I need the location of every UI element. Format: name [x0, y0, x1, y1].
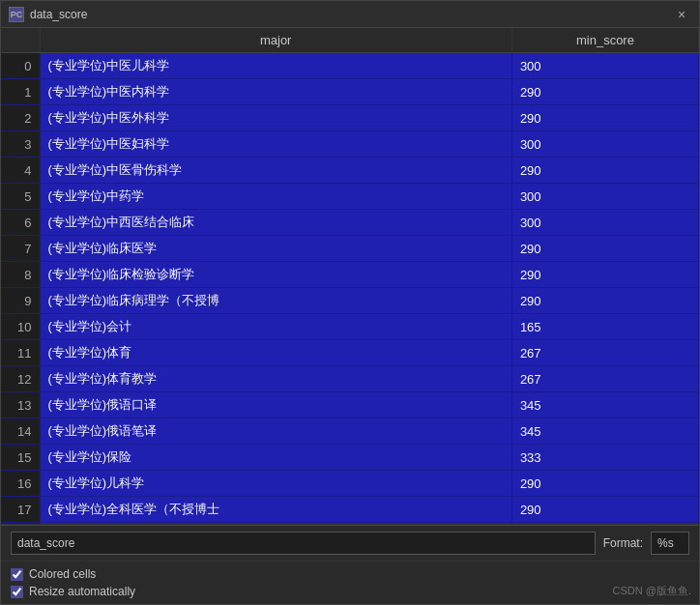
cell-index: 17: [1, 497, 40, 523]
major-header: major: [40, 28, 511, 53]
table-row[interactable]: 3(专业学位)中医妇科学300: [1, 131, 699, 158]
format-input[interactable]: [651, 532, 689, 555]
cell-min-score: 333: [511, 445, 698, 471]
data-table-container[interactable]: major min_score 0(专业学位)中医儿科学3001(专业学位)中医…: [1, 28, 699, 525]
table-row[interactable]: 4(专业学位)中医骨伤科学290: [1, 158, 699, 184]
cell-index: 13: [1, 392, 40, 418]
cell-min-score: 290: [511, 158, 698, 184]
cell-major: (专业学位)临床医学: [40, 236, 511, 262]
cell-index: 6: [1, 210, 40, 236]
cell-min-score: 290: [511, 79, 698, 105]
cell-major: (专业学位)俄语口译: [40, 392, 511, 418]
bottom-bar: Format:: [1, 525, 699, 561]
name-input[interactable]: [11, 532, 596, 555]
cell-index: 9: [1, 288, 40, 314]
table-row[interactable]: 6(专业学位)中西医结合临床300: [1, 210, 699, 236]
table-header-row: major min_score: [1, 28, 699, 53]
cell-index: 10: [1, 314, 40, 340]
table-row[interactable]: 16(专业学位)儿科学290: [1, 471, 699, 497]
title-bar: PC data_score ×: [1, 1, 699, 28]
cell-major: (专业学位)临床病理学（不授博: [40, 288, 511, 314]
window-title: data_score: [30, 8, 672, 21]
cell-min-score: 267: [511, 340, 698, 366]
cell-min-score: 290: [511, 262, 698, 288]
cell-major: (专业学位)俄语笔译: [40, 418, 511, 445]
cell-major: (专业学位)保险: [40, 445, 511, 471]
table-row[interactable]: 1(专业学位)中医内科学290: [1, 79, 699, 105]
cell-min-score: 290: [511, 471, 698, 497]
cell-major: (专业学位)体育: [40, 340, 511, 366]
cell-index: 4: [1, 158, 40, 184]
cell-major: (专业学位)中医妇科学: [40, 131, 511, 158]
resize-auto-row: Resize automatically: [11, 585, 689, 598]
main-window: PC data_score × major min_score 0(专业学位)中…: [0, 0, 700, 605]
cell-major: (专业学位)中药学: [40, 184, 511, 210]
cell-major: (专业学位)全科医学（不授博士: [40, 497, 511, 523]
table-row[interactable]: 9(专业学位)临床病理学（不授博290: [1, 288, 699, 314]
table-row[interactable]: 11(专业学位)体育267: [1, 340, 699, 366]
cell-min-score: 345: [511, 392, 698, 418]
watermark: CSDN @版鱼鱼.: [613, 584, 691, 598]
cell-index: 2: [1, 105, 40, 131]
cell-major: (专业学位)中医骨伤科学: [40, 158, 511, 184]
cell-index: 14: [1, 418, 40, 445]
cell-min-score: 290: [511, 288, 698, 314]
cell-index: 3: [1, 131, 40, 158]
close-button[interactable]: ×: [672, 5, 691, 24]
cell-index: 1: [1, 79, 40, 105]
table-body: 0(专业学位)中医儿科学3001(专业学位)中医内科学2902(专业学位)中医外…: [1, 53, 699, 526]
resize-auto-checkbox[interactable]: [11, 586, 23, 598]
cell-min-score: 300: [511, 210, 698, 236]
table-row[interactable]: 13(专业学位)俄语口译345: [1, 392, 699, 418]
cell-min-score: 290: [511, 236, 698, 262]
cell-min-score: 165: [511, 314, 698, 340]
table-row[interactable]: 17(专业学位)全科医学（不授博士290: [1, 497, 699, 523]
cell-min-score: 300: [511, 131, 698, 158]
table-row[interactable]: 7(专业学位)临床医学290: [1, 236, 699, 262]
colored-cells-label[interactable]: Colored cells: [29, 567, 96, 581]
cell-major: (专业学位)中医外科学: [40, 105, 511, 131]
cell-index: 5: [1, 184, 40, 210]
cell-min-score: 267: [511, 366, 698, 392]
cell-index: 0: [1, 53, 40, 79]
data-table: major min_score 0(专业学位)中医儿科学3001(专业学位)中医…: [1, 28, 699, 525]
cell-major: (专业学位)儿科学: [40, 471, 511, 497]
table-row[interactable]: 0(专业学位)中医儿科学300: [1, 53, 699, 79]
cell-index: 11: [1, 340, 40, 366]
table-row[interactable]: 10(专业学位)会计165: [1, 314, 699, 340]
resize-auto-label[interactable]: Resize automatically: [29, 585, 135, 598]
cell-min-score: 290: [511, 497, 698, 523]
cell-index: 16: [1, 471, 40, 497]
table-row[interactable]: 2(专业学位)中医外科学290: [1, 105, 699, 131]
cell-major: (专业学位)中医内科学: [40, 79, 511, 105]
format-label: Format:: [603, 536, 643, 550]
colored-cells-checkbox[interactable]: [11, 568, 23, 581]
cell-major: (专业学位)临床检验诊断学: [40, 262, 511, 288]
app-icon: PC: [9, 7, 24, 22]
colored-cells-row: Colored cells: [11, 567, 689, 581]
cell-min-score: 300: [511, 184, 698, 210]
table-row[interactable]: 8(专业学位)临床检验诊断学290: [1, 262, 699, 288]
cell-min-score: 345: [511, 418, 698, 445]
cell-index: 7: [1, 236, 40, 262]
cell-major: (专业学位)中医儿科学: [40, 53, 511, 79]
options-bar: Colored cells Resize automatically: [1, 561, 699, 604]
table-row[interactable]: 12(专业学位)体育教学267: [1, 366, 699, 392]
cell-major: (专业学位)体育教学: [40, 366, 511, 392]
cell-index: 12: [1, 366, 40, 392]
index-header: [1, 28, 40, 53]
cell-min-score: 290: [511, 105, 698, 131]
cell-index: 15: [1, 445, 40, 471]
cell-index: 8: [1, 262, 40, 288]
min-score-header: min_score: [511, 28, 698, 53]
table-row[interactable]: 15(专业学位)保险333: [1, 445, 699, 471]
cell-major: (专业学位)会计: [40, 314, 511, 340]
cell-major: (专业学位)中西医结合临床: [40, 210, 511, 236]
cell-min-score: 300: [511, 53, 698, 79]
table-row[interactable]: 5(专业学位)中药学300: [1, 184, 699, 210]
table-row[interactable]: 14(专业学位)俄语笔译345: [1, 418, 699, 445]
